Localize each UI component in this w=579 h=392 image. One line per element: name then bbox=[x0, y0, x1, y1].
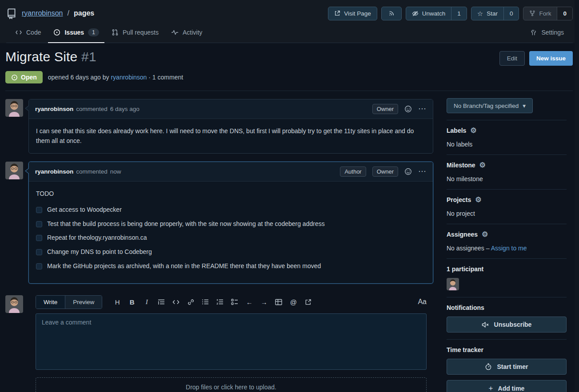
write-preview-tabs: Write Preview bbox=[36, 295, 102, 309]
eye-slash-icon bbox=[412, 10, 419, 17]
issue-title: Migrate Site #1 bbox=[5, 49, 96, 64]
participant-avatar[interactable] bbox=[447, 278, 459, 290]
resize-handle[interactable] bbox=[421, 365, 425, 369]
editor-toolbar: Write Preview H B I bbox=[36, 295, 427, 309]
tab-issues[interactable]: Issues 1 bbox=[48, 23, 104, 43]
labels-empty-text: No labels bbox=[447, 141, 567, 148]
indent-icon[interactable]: → bbox=[260, 298, 268, 306]
emoji-reaction-icon[interactable] bbox=[404, 168, 412, 175]
bold-icon[interactable]: B bbox=[128, 298, 136, 306]
start-timer-button[interactable]: Start timer bbox=[447, 359, 567, 375]
milestone-empty-text: No milestone bbox=[447, 175, 567, 182]
comment-menu-icon[interactable]: ⋯ bbox=[418, 169, 427, 174]
bullet-list-icon[interactable] bbox=[202, 299, 209, 305]
issues-count-badge: 1 bbox=[88, 28, 99, 36]
issue-title-row: Migrate Site #1 Edit New issue bbox=[5, 49, 573, 66]
gear-icon[interactable]: ⚙ bbox=[470, 127, 476, 134]
comment-header: ryanrobinson commented 6 days ago Owner … bbox=[29, 99, 433, 119]
repo-tab-bar: Code Issues 1 Pull requests bbox=[6, 23, 573, 43]
visit-page-button[interactable]: Visit Page bbox=[328, 7, 377, 20]
comment-author[interactable]: ryanrobinson bbox=[35, 168, 73, 175]
emoji-reaction-icon[interactable] bbox=[404, 105, 412, 113]
owner-badge: Owner bbox=[372, 166, 398, 177]
comment-count: 1 comment bbox=[152, 74, 183, 81]
write-tab[interactable]: Write bbox=[36, 296, 65, 309]
star-icon: ☆ bbox=[477, 10, 483, 17]
tab-code[interactable]: Code bbox=[10, 23, 46, 43]
watch-count[interactable]: 1 bbox=[451, 7, 467, 20]
gear-icon[interactable]: ⚙ bbox=[475, 196, 481, 203]
unwatch-button[interactable]: Unwatch 1 bbox=[406, 7, 467, 20]
task-checkbox[interactable] bbox=[36, 235, 42, 241]
task-list-icon[interactable] bbox=[231, 299, 238, 305]
author-badge: Author bbox=[340, 166, 366, 177]
avatar[interactable] bbox=[5, 295, 23, 313]
task-checkbox[interactable] bbox=[36, 207, 42, 213]
code-icon bbox=[15, 29, 22, 36]
gear-icon[interactable]: ⚙ bbox=[482, 231, 488, 238]
file-dropzone[interactable]: Drop files or click here to upload. bbox=[36, 377, 427, 392]
stopwatch-icon bbox=[485, 363, 492, 370]
comment-time[interactable]: now bbox=[110, 168, 121, 175]
avatar[interactable] bbox=[5, 162, 23, 179]
repo-name[interactable]: pages bbox=[74, 9, 94, 17]
new-issue-button[interactable]: New issue bbox=[529, 51, 573, 66]
tab-settings[interactable]: Settings bbox=[525, 23, 569, 43]
task-checkbox[interactable] bbox=[36, 221, 42, 227]
rss-button[interactable] bbox=[381, 7, 402, 20]
comment-body: TODO Get access to Woodpecker Test that … bbox=[29, 182, 433, 283]
rss-icon bbox=[388, 10, 395, 16]
comment-menu-icon[interactable]: ⋯ bbox=[418, 107, 427, 111]
scrollbar-track[interactable] bbox=[575, 0, 579, 392]
star-button[interactable]: ☆ Star 0 bbox=[471, 7, 519, 20]
table-icon[interactable] bbox=[275, 299, 282, 305]
reference-icon[interactable] bbox=[304, 299, 311, 305]
font-toggle[interactable]: Aa bbox=[418, 298, 427, 306]
branch-dropdown[interactable]: No Branch/Tag specified ▾ bbox=[447, 98, 533, 113]
preview-tab[interactable]: Preview bbox=[65, 296, 102, 309]
avatar[interactable] bbox=[5, 99, 23, 117]
issue-sidebar: No Branch/Tag specified ▾ Labels ⚙ No la… bbox=[447, 91, 567, 392]
milestone-section-title: Milestone ⚙ bbox=[447, 162, 567, 169]
tab-pull-requests[interactable]: Pull requests bbox=[106, 23, 164, 43]
task-item: Get access to Woodpecker bbox=[36, 205, 426, 215]
code-icon[interactable] bbox=[172, 299, 180, 305]
numbered-list-icon[interactable] bbox=[216, 299, 224, 305]
issue-state-badge: Open bbox=[5, 71, 43, 83]
comment-box: ryanrobinson commented 6 days ago Owner … bbox=[28, 99, 433, 154]
quote-icon[interactable] bbox=[158, 299, 165, 305]
plus-icon: + bbox=[489, 384, 493, 392]
italic-icon[interactable]: I bbox=[143, 298, 150, 306]
pull-request-icon bbox=[112, 29, 119, 36]
mention-icon[interactable]: @ bbox=[290, 298, 297, 306]
gear-icon[interactable]: ⚙ bbox=[479, 162, 486, 169]
projects-section-title: Projects ⚙ bbox=[447, 196, 567, 203]
issue-opened-icon bbox=[53, 29, 60, 36]
labels-section-title: Labels ⚙ bbox=[447, 127, 567, 134]
comment-author[interactable]: ryanrobinson bbox=[35, 106, 73, 112]
assign-to-me-link[interactable]: Assign to me bbox=[491, 245, 527, 252]
heading-icon[interactable]: H bbox=[114, 298, 121, 306]
fork-count[interactable]: 0 bbox=[557, 7, 572, 20]
participants-title: 1 participant bbox=[447, 265, 567, 273]
link-icon[interactable] bbox=[187, 299, 194, 305]
issue-meta-row: Open opened 6 days ago by ryanrobinson ·… bbox=[5, 71, 573, 91]
task-checkbox[interactable] bbox=[36, 263, 42, 269]
fork-icon bbox=[529, 10, 535, 16]
tab-activity[interactable]: Activity bbox=[166, 23, 208, 43]
task-checkbox[interactable] bbox=[36, 249, 42, 255]
issue-author-link[interactable]: ryanrobinson bbox=[111, 74, 147, 81]
star-count[interactable]: 0 bbox=[503, 7, 519, 20]
repo-book-icon bbox=[6, 8, 17, 19]
external-link-icon bbox=[334, 10, 340, 16]
unsubscribe-button[interactable]: Unsubscribe bbox=[447, 317, 567, 333]
edit-button[interactable]: Edit bbox=[499, 51, 525, 66]
add-time-button[interactable]: + Add time bbox=[447, 380, 567, 392]
comment-textarea[interactable] bbox=[36, 313, 427, 370]
comment-time[interactable]: 6 days ago bbox=[110, 106, 140, 112]
issue-number: #1 bbox=[81, 49, 96, 64]
repo-owner-link[interactable]: ryanrobinson bbox=[22, 9, 63, 17]
fork-button[interactable]: Fork 0 bbox=[523, 7, 573, 20]
projects-empty-text: No project bbox=[447, 210, 567, 217]
outdent-icon[interactable]: ← bbox=[246, 298, 253, 306]
